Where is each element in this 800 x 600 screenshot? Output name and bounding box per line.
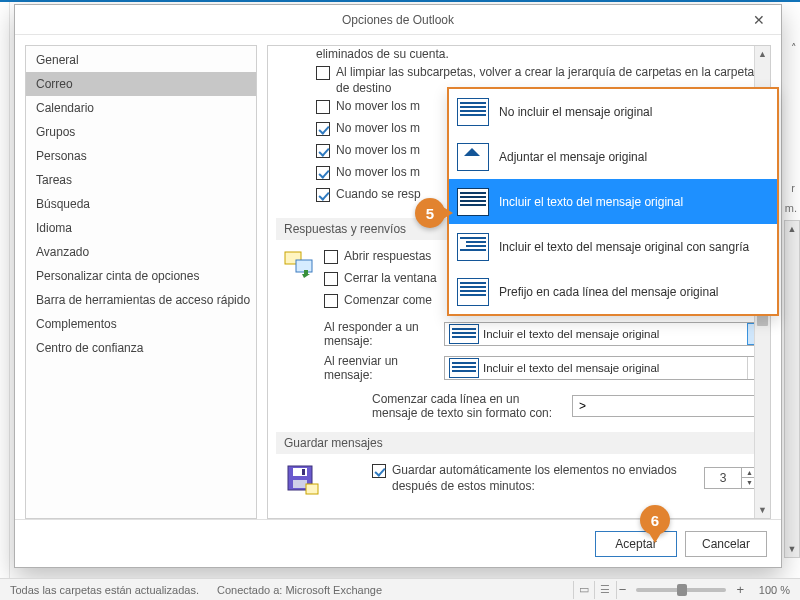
- svg-rect-5: [302, 469, 305, 475]
- checkbox-nomove-1[interactable]: [316, 100, 330, 114]
- sidebar-item[interactable]: Personas: [26, 144, 256, 168]
- view-normal-icon[interactable]: ▭: [573, 581, 595, 599]
- option-thumb-icon: [457, 278, 489, 306]
- section-save-messages: Guardar mensajes: [276, 432, 766, 454]
- options-dialog: Opciones de Outlook ✕ GeneralCorreoCalen…: [14, 4, 782, 568]
- sidebar-item[interactable]: Complementos: [26, 312, 256, 336]
- checkbox-close-window[interactable]: [324, 272, 338, 286]
- input-prefix[interactable]: [572, 395, 762, 417]
- option-label: Incluir el texto del mensaje original co…: [499, 240, 749, 254]
- dialog-title: Opciones de Outlook: [342, 13, 454, 27]
- bg-scrollbar[interactable]: ▲ ▼: [784, 220, 800, 558]
- category-sidebar[interactable]: GeneralCorreoCalendarioGruposPersonasTar…: [25, 45, 257, 519]
- app-right-edge: ˄ r m. ▲ ▼: [784, 2, 800, 578]
- callout-6: 6: [640, 505, 670, 535]
- combo-on-reply[interactable]: Incluir el texto del mensaje original ▾: [444, 322, 766, 346]
- scroll-down-icon[interactable]: ▼: [785, 541, 799, 557]
- callout-5: 5: [415, 198, 445, 228]
- label-on-reply: Al responder a un mensaje:: [324, 320, 434, 348]
- scroll-down-icon[interactable]: ▼: [755, 502, 770, 518]
- svg-rect-4: [293, 480, 307, 488]
- sidebar-item[interactable]: Tareas: [26, 168, 256, 192]
- dropdown-option[interactable]: Incluir el texto del mensaje original co…: [449, 224, 777, 269]
- checkbox-when-reply[interactable]: [316, 188, 330, 202]
- combo-forward-icon: [449, 358, 479, 378]
- bg-letter-m: m.: [785, 202, 797, 214]
- sidebar-item[interactable]: Grupos: [26, 120, 256, 144]
- option-thumb-icon: [457, 98, 489, 126]
- sidebar-item[interactable]: Calendario: [26, 96, 256, 120]
- dropdown-option[interactable]: Incluir el texto del mensaje original: [449, 179, 777, 224]
- option-label: Adjuntar el mensaje original: [499, 150, 647, 164]
- close-button[interactable]: ✕: [737, 5, 781, 35]
- zoom-slider[interactable]: [636, 588, 726, 592]
- dropdown-option[interactable]: Adjuntar el mensaje original: [449, 134, 777, 179]
- cancel-button[interactable]: Cancelar: [685, 531, 767, 557]
- dropdown-option[interactable]: Prefijo en cada línea del mensaje origin…: [449, 269, 777, 314]
- view-reading-icon[interactable]: ☰: [595, 581, 617, 599]
- text-deleted-suffix: eliminados de su cuenta.: [316, 46, 766, 62]
- sidebar-item[interactable]: Idioma: [26, 216, 256, 240]
- status-connection: Conectado a: Microsoft Exchange: [217, 584, 382, 596]
- combo-on-forward[interactable]: Incluir el texto del mensaje original ▾: [444, 356, 766, 380]
- ok-button[interactable]: Aceptar: [595, 531, 677, 557]
- zoom-out-button[interactable]: −: [617, 582, 629, 597]
- zoom-in-button[interactable]: +: [734, 582, 746, 597]
- checkbox-nomove-2[interactable]: [316, 122, 330, 136]
- spinner-autosave-minutes[interactable]: 3 ▲ ▼: [704, 467, 758, 489]
- checkbox-clean-subfolders[interactable]: [316, 66, 330, 80]
- titlebar: Opciones de Outlook ✕: [15, 5, 781, 35]
- label-autosave: Guardar automáticamente los elementos no…: [392, 462, 696, 494]
- option-label: Prefijo en cada línea del mensaje origin…: [499, 285, 718, 299]
- option-thumb-icon: [457, 188, 489, 216]
- checkbox-nomove-4[interactable]: [316, 166, 330, 180]
- sidebar-item[interactable]: Correo: [26, 72, 256, 96]
- checkbox-nomove-3[interactable]: [316, 144, 330, 158]
- sidebar-item[interactable]: Personalizar cinta de opciones: [26, 264, 256, 288]
- sidebar-item[interactable]: Avanzado: [26, 240, 256, 264]
- zoom-percent: 100 %: [746, 584, 790, 596]
- sidebar-item[interactable]: Barra de herramientas de acceso rápido: [26, 288, 256, 312]
- option-thumb-icon: [457, 143, 489, 171]
- diskette-icon: [284, 464, 320, 496]
- checkbox-open-replies[interactable]: [324, 250, 338, 264]
- option-label: No incluir el mensaje original: [499, 105, 652, 119]
- reply-options-dropdown[interactable]: No incluir el mensaje originalAdjuntar e…: [447, 87, 779, 316]
- svg-rect-6: [306, 484, 318, 494]
- label-on-forward: Al reenviar un mensaje:: [324, 354, 434, 382]
- option-thumb-icon: [457, 233, 489, 261]
- app-ribbon-edge: [0, 0, 800, 2]
- combo-reply-value: Incluir el texto del mensaje original: [483, 328, 747, 340]
- combo-reply-icon: [449, 324, 479, 344]
- checkbox-start-comment[interactable]: [324, 294, 338, 308]
- bg-letter-r: r: [791, 182, 795, 194]
- reply-forward-icon: [284, 250, 320, 282]
- scroll-up-icon[interactable]: ▲: [785, 221, 799, 237]
- scroll-up-icon[interactable]: ▲: [755, 46, 770, 62]
- option-label: Incluir el texto del mensaje original: [499, 195, 683, 209]
- sidebar-item[interactable]: General: [26, 48, 256, 72]
- status-bar: Todas las carpetas están actualizadas. C…: [0, 578, 800, 600]
- status-folders: Todas las carpetas están actualizadas.: [10, 584, 199, 596]
- combo-forward-value: Incluir el texto del mensaje original: [483, 362, 747, 374]
- ribbon-collapse-icon[interactable]: ˄: [791, 42, 797, 55]
- label-prefix-each-line: Comenzar cada línea en un mensaje de tex…: [372, 392, 562, 420]
- spinner-value: 3: [705, 471, 741, 485]
- sidebar-item[interactable]: Búsqueda: [26, 192, 256, 216]
- sidebar-item[interactable]: Centro de confianza: [26, 336, 256, 360]
- checkbox-autosave[interactable]: [372, 464, 386, 478]
- app-left-edge: [0, 2, 10, 578]
- dropdown-option[interactable]: No incluir el mensaje original: [449, 89, 777, 134]
